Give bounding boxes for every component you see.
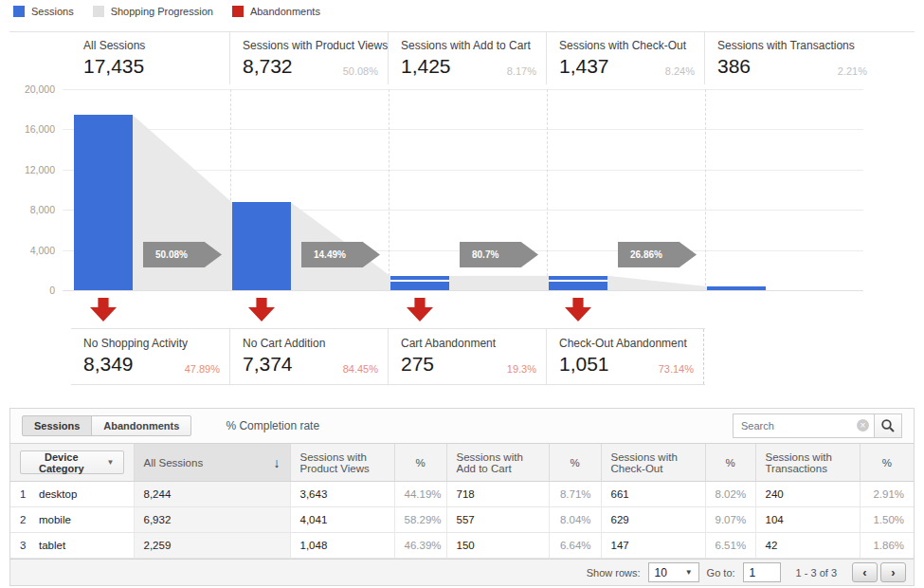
row-index: 1 — [20, 488, 39, 500]
add-to-cart-pct-cell: 8.71% — [549, 482, 601, 507]
add-to-cart-cell: 150 — [446, 533, 549, 559]
transactions-pct-cell: 2.91% — [860, 482, 914, 507]
column-header-check-out[interactable]: Sessions with Check-Out — [601, 444, 705, 482]
table-header-row: Device Category ▼ All Sessions ↓ Session… — [10, 444, 914, 482]
column-header-add-to-cart[interactable]: Sessions with Add to Cart — [446, 444, 549, 482]
product-views-cell: 3,643 — [290, 482, 394, 507]
column-header-pct[interactable]: % — [394, 444, 446, 482]
device-category-table: Device Category ▼ All Sessions ↓ Session… — [10, 443, 914, 559]
clear-search-icon[interactable]: × — [857, 419, 869, 432]
add-to-cart-cell: 557 — [446, 507, 549, 533]
device-cell: 2mobile — [10, 507, 134, 533]
check-out-cell: 661 — [601, 482, 705, 507]
show-rows-label: Show rows: — [587, 567, 641, 579]
transactions-cell: 42 — [755, 533, 860, 559]
device-cell: 1desktop — [10, 482, 134, 507]
row-index: 2 — [20, 514, 39, 525]
stat-title: Cart Abandonment — [401, 337, 546, 350]
sessions-swatch-icon — [13, 6, 25, 17]
shopping-funnel-panel: All Sessions 17,435 Sessions with Produc… — [9, 31, 915, 384]
tab-abandonments[interactable]: Abandonments — [91, 415, 191, 436]
progression-swatch-icon — [93, 6, 104, 17]
transactions-cell: 240 — [755, 482, 860, 507]
stat-cart-abandonment: Cart Abandonment 275 19.3% — [388, 329, 546, 384]
device-name: tablet — [39, 540, 65, 551]
goto-label: Go to: — [707, 567, 735, 579]
goto-page-input[interactable] — [743, 562, 781, 582]
column-header-transactions[interactable]: Sessions with Transactions — [755, 444, 860, 482]
stat-pct: 47.89% — [185, 363, 220, 375]
stat-title: Check-Out Abandonment — [559, 337, 703, 350]
table-toolbar: Sessions Abandonments % Completion rate … — [10, 409, 914, 443]
transactions-pct-cell: 1.86% — [860, 533, 914, 559]
product-views-cell: 4,041 — [290, 507, 394, 533]
column-label: All Sessions — [144, 457, 204, 469]
abandonment-stats-row: No Shopping Activity 8,349 47.89% No Car… — [71, 328, 705, 385]
row-range-label: 1 - 3 of 3 — [796, 567, 837, 579]
table-row: 2mobile 6,932 4,041 58.29% 557 8.04% 629… — [10, 507, 914, 533]
search-icon — [880, 418, 896, 433]
stat-title: No Cart Addition — [243, 337, 388, 350]
stat-no-shopping-activity: No Shopping Activity 8,349 47.89% — [71, 329, 229, 384]
show-rows-value: 10 — [655, 566, 667, 579]
bar-segment-divider — [549, 280, 607, 282]
search-area: × — [733, 413, 902, 438]
stat-check-out-abandonment: Check-Out Abandonment 1,051 73.14% — [546, 329, 704, 384]
check-out-cell: 629 — [601, 507, 705, 533]
all-sessions-cell: 6,932 — [134, 507, 290, 533]
row-index: 3 — [20, 540, 39, 551]
product-views-pct-cell: 58.29% — [394, 507, 446, 533]
transactions-pct-cell: 1.50% — [860, 507, 914, 533]
check-out-pct-cell: 8.02% — [705, 482, 755, 507]
column-header-pct[interactable]: % — [705, 444, 755, 482]
tab-sessions[interactable]: Sessions — [22, 415, 92, 436]
search-button[interactable] — [874, 413, 902, 438]
table-row: 3tablet 2,259 1,048 46.39% 150 6.64% 147… — [10, 533, 914, 559]
next-page-button[interactable]: › — [880, 562, 906, 582]
column-header-all-sessions[interactable]: All Sessions ↓ — [134, 444, 290, 482]
stat-pct: 19.3% — [507, 363, 536, 375]
table-footer: Show rows: 10 ▼ Go to: 1 - 3 of 3 ‹ › — [10, 559, 914, 585]
sessions-bar — [707, 286, 766, 290]
show-rows-select[interactable]: 10 ▼ — [648, 562, 699, 582]
search-input[interactable] — [733, 413, 875, 438]
device-category-dropdown[interactable]: Device Category ▼ — [20, 450, 124, 474]
sessions-bar — [74, 115, 133, 290]
sessions-bar — [232, 202, 291, 290]
bar-segment-divider — [390, 280, 449, 282]
transactions-cell: 104 — [755, 507, 860, 533]
search-box: × — [733, 413, 875, 438]
legend-item-abandonments: Abandonments — [232, 6, 320, 17]
all-sessions-cell: 8,244 — [134, 482, 290, 507]
legend-label: Abandonments — [250, 6, 320, 17]
data-table-card: Sessions Abandonments % Completion rate … — [9, 408, 915, 586]
previous-page-button[interactable]: ‹ — [852, 562, 878, 582]
check-out-pct-cell: 6.51% — [705, 533, 755, 559]
sessions-bar — [390, 276, 449, 290]
add-to-cart-pct-cell: 6.64% — [549, 533, 601, 559]
add-to-cart-cell: 718 — [446, 482, 549, 507]
legend-item-shopping-progression: Shopping Progression — [93, 6, 213, 17]
completion-rate-label: % Completion rate — [226, 419, 319, 432]
chevron-down-icon: ▼ — [685, 568, 693, 577]
legend-item-sessions: Sessions — [13, 6, 74, 17]
metric-tabs: Sessions Abandonments — [22, 415, 191, 436]
chevron-down-icon: ▼ — [107, 458, 115, 467]
stat-pct: 84.45% — [343, 363, 378, 375]
chart-legend: Sessions Shopping Progression Abandonmen… — [13, 6, 320, 17]
add-to-cart-pct-cell: 8.04% — [549, 507, 601, 533]
column-header-pct[interactable]: % — [860, 444, 914, 482]
sort-descending-icon: ↓ — [274, 455, 281, 470]
stat-pct: 73.14% — [659, 363, 694, 375]
product-views-pct-cell: 44.19% — [394, 482, 446, 507]
legend-label: Shopping Progression — [111, 6, 213, 17]
column-header-product-views[interactable]: Sessions with Product Views — [290, 444, 394, 482]
sessions-bar — [549, 276, 607, 290]
device-name: mobile — [39, 514, 71, 525]
product-views-cell: 1,048 — [290, 533, 394, 559]
pagination: ‹ › — [852, 562, 906, 582]
device-cell: 3tablet — [10, 533, 134, 559]
column-header-pct[interactable]: % — [549, 444, 601, 482]
abandonments-swatch-icon — [232, 6, 244, 17]
check-out-cell: 147 — [601, 533, 705, 559]
